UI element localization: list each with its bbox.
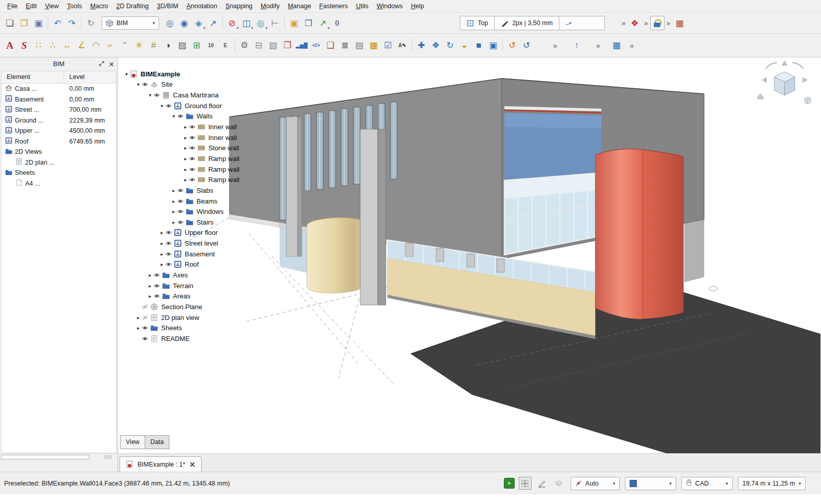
project-browser[interactable]: ❒	[301, 16, 316, 30]
facebinder[interactable]: ⊞	[189, 38, 204, 53]
toolbar-overflow[interactable]: »	[551, 42, 559, 50]
menu-windows[interactable]: Windows	[373, 1, 407, 11]
visibility-on-icon[interactable]	[165, 261, 174, 268]
render-mode-indicator[interactable]	[553, 477, 565, 490]
zoom-in[interactable]: ◎	[163, 16, 177, 30]
tree-item-inner-wall[interactable]: ▸Inner wall	[120, 132, 240, 143]
tree-item-ramp-wall[interactable]: ▸Ramp wall	[120, 153, 240, 164]
save-document[interactable]: ▣	[31, 16, 46, 30]
nav-cube-body[interactable]	[774, 72, 795, 95]
undo[interactable]: ↶	[50, 16, 65, 30]
panel-row-upper[interactable]: Upper ...4500,00 mm	[2, 126, 116, 136]
draft-label[interactable]: ⌐	[103, 38, 118, 53]
visibility-on-icon[interactable]	[177, 198, 186, 205]
3d-viewport[interactable]: ▾BIMExample▾Site▾Casa Martirana▾Ground f…	[118, 57, 821, 453]
menu-tools[interactable]: Tools	[63, 1, 86, 11]
caret-closed-icon[interactable]: ▸	[147, 283, 153, 289]
menu-annotation[interactable]: Annotation	[182, 1, 221, 11]
caret-closed-icon[interactable]: ▸	[159, 261, 165, 267]
visibility-on-icon[interactable]	[177, 113, 186, 119]
visibility-off-icon[interactable]	[142, 314, 150, 321]
draft-text[interactable]: A	[3, 38, 17, 53]
panel-row-roof[interactable]: Roof6749,65 mm	[2, 136, 116, 147]
caret-closed-icon[interactable]: ▸	[170, 219, 177, 225]
caret-closed-icon[interactable]: ▸	[182, 177, 189, 183]
new-document[interactable]: ❏	[3, 16, 17, 30]
visibility-on-icon[interactable]	[165, 240, 174, 247]
tree-item-section-plane[interactable]: ASection Plane	[120, 301, 240, 312]
twist-right[interactable]: ↺	[519, 38, 534, 53]
dimension-style-button[interactable]	[559, 16, 605, 30]
caret-open-icon[interactable]: ▾	[147, 92, 153, 98]
upgrade[interactable]: ↑	[570, 38, 584, 53]
grid-toggle[interactable]	[519, 477, 532, 490]
snap-mode-select[interactable]: Auto ▾	[571, 477, 620, 490]
grid-snap[interactable]: ⊟	[251, 38, 266, 53]
add-component[interactable]: ▣	[287, 16, 301, 30]
panel-close-icon[interactable]: ✕	[109, 61, 114, 68]
toolbar-overflow[interactable]: »	[628, 42, 636, 50]
report-chart[interactable]: ▂▅█	[295, 38, 309, 53]
tree-item-stone-wall[interactable]: ▸Stone wall	[120, 143, 240, 153]
draft-angle-dimension[interactable]: ∠	[74, 38, 89, 53]
caret-closed-icon[interactable]: ▸	[170, 209, 177, 214]
tree-item-stairs[interactable]: ▸Stairs	[120, 217, 240, 228]
tree-item-terrain[interactable]: ▸Terrain	[120, 280, 240, 291]
tree-item-2d-plan-view[interactable]: ▸2D plan view	[120, 312, 240, 323]
caret-open-icon[interactable]: ▾	[135, 82, 142, 87]
draft-dimension[interactable]: ↔	[60, 38, 74, 53]
visibility-on-icon[interactable]	[177, 219, 186, 226]
visibility-on-icon[interactable]	[189, 176, 198, 183]
view-size-select[interactable]: 19,74 m x 11,25 m ▾	[738, 477, 806, 490]
zoom-tools[interactable]: ◎▾	[253, 16, 268, 30]
visibility-on-icon[interactable]	[165, 229, 174, 236]
menu-help[interactable]: Help	[407, 1, 428, 11]
tab-data[interactable]: Data	[145, 435, 169, 449]
view-top-button[interactable]: Top	[460, 16, 495, 30]
nav-home-icon[interactable]	[757, 93, 764, 99]
draft-annotation[interactable]: ”	[118, 38, 132, 53]
move[interactable]: ✚	[414, 38, 428, 53]
external-references[interactable]: ❖	[628, 16, 642, 30]
column-element[interactable]: Element	[2, 71, 64, 83]
menu-view[interactable]: View	[41, 1, 63, 11]
edit-tools[interactable]: ⚙	[237, 38, 251, 53]
draft-arc[interactable]: ◠	[89, 38, 103, 53]
tab-view[interactable]: View	[120, 435, 145, 449]
macro-editor[interactable]: </>	[309, 38, 323, 53]
axes-grid[interactable]: #	[146, 38, 161, 53]
preflight-checks[interactable]: ☑	[381, 38, 395, 53]
caret-closed-icon[interactable]: ▸	[170, 188, 177, 193]
visibility-on-icon[interactable]	[165, 251, 174, 257]
python-console-toggle[interactable]: >	[504, 478, 515, 489]
tree-item-ramp-wall[interactable]: ▸Ramp wall	[120, 164, 240, 175]
nav-mini-cube[interactable]	[805, 97, 811, 104]
panel-row-sheets[interactable]: Sheets	[2, 168, 116, 178]
toolbar-overflow[interactable]: »	[594, 42, 602, 50]
visibility-on-icon[interactable]	[153, 293, 162, 299]
draft-shapestring[interactable]: S	[17, 38, 31, 53]
menu-fasteners[interactable]: Fasteners	[315, 1, 352, 11]
menu-edit[interactable]: Edit	[22, 1, 41, 11]
shape-group[interactable]: ▣	[486, 38, 500, 53]
expression-editor[interactable]: {}	[330, 16, 344, 30]
close-tab-icon[interactable]: ✕	[189, 461, 196, 468]
line-color-select[interactable]: ▾	[625, 477, 676, 490]
sync-view[interactable]: ↗	[206, 16, 220, 30]
caret-closed-icon[interactable]: ▸	[147, 272, 153, 278]
tree-item-basement[interactable]: ▸Basement	[120, 249, 240, 259]
visibility-on-icon[interactable]	[177, 208, 186, 215]
menu-utils[interactable]: Utils	[352, 1, 373, 11]
scrollbar-nub[interactable]	[104, 455, 111, 459]
layers-manager[interactable]: ≣	[338, 38, 352, 53]
tree-item-areas[interactable]: ▸Areas	[120, 291, 240, 301]
techdraw-page[interactable]: ❐	[280, 38, 295, 53]
panel-float-icon[interactable]	[99, 61, 105, 68]
visibility-on-icon[interactable]	[189, 155, 198, 162]
visibility-on-icon[interactable]	[189, 166, 198, 173]
panel-row-ground[interactable]: Ground ...2229,39 mm	[2, 115, 116, 126]
menu-2d-drafting[interactable]: 2D Drafting	[112, 1, 153, 11]
visibility-on-icon[interactable]	[189, 124, 198, 130]
visibility-off-icon[interactable]	[142, 304, 150, 310]
bim-schedule[interactable]: ▦	[366, 38, 381, 53]
